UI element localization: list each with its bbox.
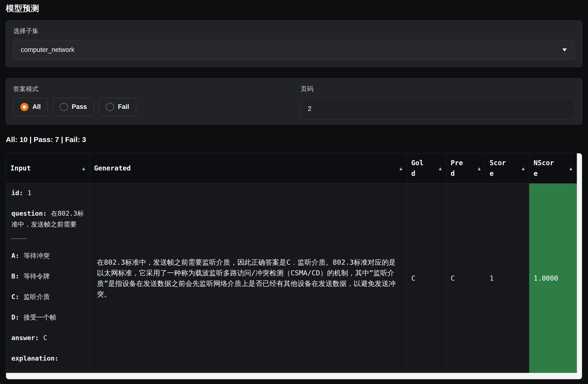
subset-dropdown-value: computer_network (21, 46, 74, 54)
sort-asc-icon: ▲ (399, 163, 402, 174)
vertical-scrollbar[interactable] (577, 153, 582, 373)
answer-mode-group: 答案模式 All Pass Fail (13, 85, 287, 119)
filters-panel: 答案模式 All Pass Fail 页码 (6, 78, 582, 125)
field-key: id: (11, 189, 23, 197)
input-field-explanation: explanation: (11, 353, 84, 364)
field-value: 等待冲突 (24, 252, 50, 259)
field-key: D: (11, 313, 19, 321)
field-value: 接受一个帧 (24, 313, 56, 321)
input-field-option-c: C:监听介质 (11, 291, 84, 302)
field-key: B: (11, 272, 19, 280)
sort-asc-icon: ▲ (569, 163, 572, 174)
field-key: explanation: (11, 355, 59, 362)
radio-unselected-icon (60, 103, 68, 111)
column-header-input-label: Input (10, 163, 31, 174)
field-value: 监听介质 (24, 293, 50, 300)
field-value: C (43, 334, 47, 342)
horizontal-scrollbar[interactable] (6, 373, 582, 379)
input-field-question: question:在802.3标准中，发送帧之前需要____ (11, 208, 84, 241)
column-header-generated-label: Generated (94, 163, 131, 174)
radio-selected-icon (20, 103, 28, 111)
nscore-value: 1.0000 (534, 274, 558, 282)
page-number-group: 页码 (301, 85, 575, 119)
column-header-nscore-label: NScore (534, 158, 555, 179)
column-header-gold[interactable]: Gold ▲ (407, 153, 446, 184)
answer-mode-label: 答案模式 (13, 85, 287, 93)
input-field-answer: answer:C (11, 332, 84, 343)
radio-option-all-label: All (32, 103, 41, 111)
column-header-score-label: Score (490, 158, 507, 179)
sort-asc-icon: ▲ (439, 163, 442, 174)
cell-nscore[interactable]: 1.0000 (529, 184, 577, 373)
column-header-pred-label: Pred (451, 158, 464, 179)
cell-score[interactable]: 1 (485, 184, 529, 373)
answer-mode-radio-row: All Pass Fail (13, 98, 287, 116)
column-header-gold-label: Gold (411, 158, 424, 179)
score-value: 1 (490, 274, 494, 282)
radio-option-all[interactable]: All (13, 98, 48, 116)
page-number-label: 页码 (301, 85, 575, 93)
radio-option-pass[interactable]: Pass (53, 98, 94, 116)
cell-input[interactable]: id:1 question:在802.3标准中，发送帧之前需要____ A:等待… (6, 184, 90, 373)
field-key: answer: (11, 334, 39, 342)
sort-asc-icon: ▲ (522, 163, 525, 174)
summary-text: All: 10 | Pass: 7 | Fail: 3 (6, 135, 582, 144)
page-number-input[interactable] (301, 98, 575, 119)
cell-generated[interactable]: 在802.3标准中，发送帧之前需要监听介质，因此正确答案是C．监听介质。802.… (90, 184, 407, 373)
sort-asc-icon: ▲ (478, 163, 481, 174)
subset-panel: 选择子集 computer_network ▼ (6, 20, 582, 67)
field-key: question: (11, 210, 47, 217)
cell-pred[interactable]: C (446, 184, 485, 373)
column-header-generated[interactable]: Generated ▲ (90, 153, 407, 184)
radio-option-fail[interactable]: Fail (99, 98, 136, 116)
input-field-option-a: A:等待冲突 (11, 250, 84, 261)
field-key: A: (11, 252, 19, 259)
gold-value: C (411, 274, 415, 282)
input-field-id: id:1 (11, 187, 84, 198)
radio-option-fail-label: Fail (118, 103, 129, 111)
field-key: C: (11, 293, 19, 300)
radio-option-pass-label: Pass (72, 103, 87, 111)
field-value: 等待令牌 (24, 272, 50, 280)
input-field-option-b: B:等待令牌 (11, 271, 84, 282)
column-header-score[interactable]: Score ▲ (485, 153, 529, 184)
column-header-input[interactable]: Input ▲ (6, 153, 90, 184)
cell-gold[interactable]: C (407, 184, 446, 373)
page-title: 模型预测 (6, 3, 582, 14)
radio-unselected-icon (106, 103, 114, 111)
subset-label: 选择子集 (13, 27, 575, 35)
field-value: 1 (28, 189, 31, 197)
prediction-table: Input ▲ Generated ▲ Gold ▲ Pred ▲ Score … (6, 153, 582, 379)
sort-asc-icon: ▲ (82, 163, 85, 174)
model-prediction-page: 模型预测 选择子集 computer_network ▼ 答案模式 All Pa… (0, 0, 588, 379)
input-field-option-d: D:接受一个帧 (11, 312, 84, 323)
column-header-pred[interactable]: Pred ▲ (446, 153, 485, 184)
generated-text: 在802.3标准中，发送帧之前需要监听介质，因此正确答案是C．监听介质。802.… (97, 257, 399, 299)
chevron-down-icon: ▼ (561, 47, 568, 53)
column-header-nscore[interactable]: NScore ▲ (529, 153, 577, 184)
pred-value: C (451, 274, 455, 282)
subset-dropdown[interactable]: computer_network ▼ (13, 40, 575, 60)
